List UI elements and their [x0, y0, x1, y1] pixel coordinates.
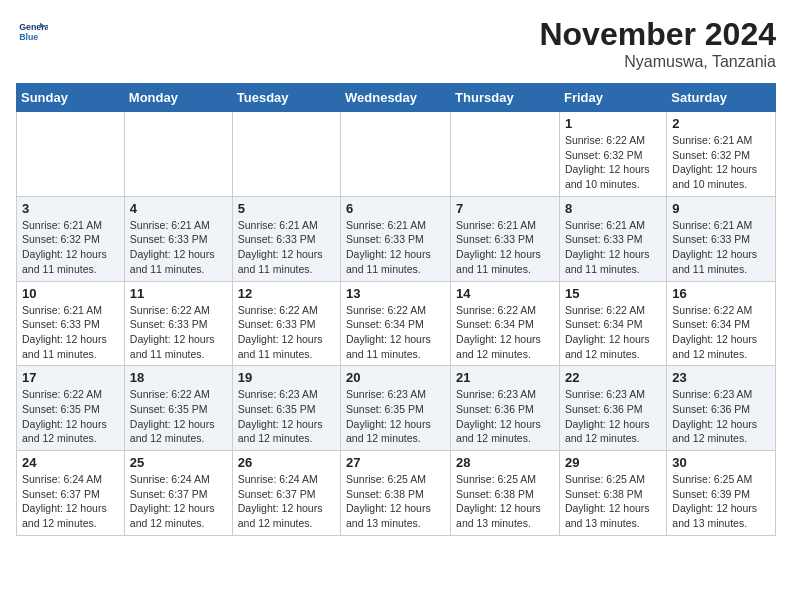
day-number: 27 [346, 455, 445, 470]
day-info: Sunrise: 6:22 AMSunset: 6:34 PMDaylight:… [456, 303, 554, 362]
day-number: 1 [565, 116, 661, 131]
day-number: 23 [672, 370, 770, 385]
day-info: Sunrise: 6:24 AMSunset: 6:37 PMDaylight:… [238, 472, 335, 531]
calendar-cell: 3Sunrise: 6:21 AMSunset: 6:32 PMDaylight… [17, 196, 125, 281]
day-info: Sunrise: 6:21 AMSunset: 6:33 PMDaylight:… [456, 218, 554, 277]
day-info: Sunrise: 6:21 AMSunset: 6:33 PMDaylight:… [565, 218, 661, 277]
calendar-week-row: 24Sunrise: 6:24 AMSunset: 6:37 PMDayligh… [17, 451, 776, 536]
weekday-header: Monday [124, 84, 232, 112]
calendar-cell: 18Sunrise: 6:22 AMSunset: 6:35 PMDayligh… [124, 366, 232, 451]
calendar-cell [341, 112, 451, 197]
day-number: 24 [22, 455, 119, 470]
day-number: 18 [130, 370, 227, 385]
day-info: Sunrise: 6:21 AMSunset: 6:33 PMDaylight:… [22, 303, 119, 362]
logo[interactable]: General Blue [16, 16, 48, 48]
day-number: 3 [22, 201, 119, 216]
calendar-cell: 30Sunrise: 6:25 AMSunset: 6:39 PMDayligh… [667, 451, 776, 536]
calendar-cell: 6Sunrise: 6:21 AMSunset: 6:33 PMDaylight… [341, 196, 451, 281]
day-info: Sunrise: 6:22 AMSunset: 6:32 PMDaylight:… [565, 133, 661, 192]
calendar-cell: 1Sunrise: 6:22 AMSunset: 6:32 PMDaylight… [559, 112, 666, 197]
day-info: Sunrise: 6:22 AMSunset: 6:33 PMDaylight:… [130, 303, 227, 362]
calendar-table: SundayMondayTuesdayWednesdayThursdayFrid… [16, 83, 776, 536]
day-number: 29 [565, 455, 661, 470]
weekday-header: Thursday [451, 84, 560, 112]
day-number: 14 [456, 286, 554, 301]
day-info: Sunrise: 6:23 AMSunset: 6:35 PMDaylight:… [346, 387, 445, 446]
day-info: Sunrise: 6:22 AMSunset: 6:34 PMDaylight:… [672, 303, 770, 362]
day-number: 16 [672, 286, 770, 301]
calendar-cell: 10Sunrise: 6:21 AMSunset: 6:33 PMDayligh… [17, 281, 125, 366]
day-number: 9 [672, 201, 770, 216]
weekday-header: Friday [559, 84, 666, 112]
weekday-header: Tuesday [232, 84, 340, 112]
day-info: Sunrise: 6:22 AMSunset: 6:34 PMDaylight:… [565, 303, 661, 362]
calendar-cell: 22Sunrise: 6:23 AMSunset: 6:36 PMDayligh… [559, 366, 666, 451]
calendar-cell: 26Sunrise: 6:24 AMSunset: 6:37 PMDayligh… [232, 451, 340, 536]
day-number: 20 [346, 370, 445, 385]
calendar-cell: 20Sunrise: 6:23 AMSunset: 6:35 PMDayligh… [341, 366, 451, 451]
day-info: Sunrise: 6:24 AMSunset: 6:37 PMDaylight:… [22, 472, 119, 531]
day-number: 7 [456, 201, 554, 216]
day-number: 10 [22, 286, 119, 301]
calendar-cell: 27Sunrise: 6:25 AMSunset: 6:38 PMDayligh… [341, 451, 451, 536]
day-number: 22 [565, 370, 661, 385]
day-number: 12 [238, 286, 335, 301]
calendar-cell [232, 112, 340, 197]
calendar-cell: 16Sunrise: 6:22 AMSunset: 6:34 PMDayligh… [667, 281, 776, 366]
calendar-cell: 5Sunrise: 6:21 AMSunset: 6:33 PMDaylight… [232, 196, 340, 281]
title-block: November 2024 Nyamuswa, Tanzania [539, 16, 776, 71]
calendar-week-row: 10Sunrise: 6:21 AMSunset: 6:33 PMDayligh… [17, 281, 776, 366]
calendar-week-row: 17Sunrise: 6:22 AMSunset: 6:35 PMDayligh… [17, 366, 776, 451]
page-header: General Blue November 2024 Nyamuswa, Tan… [16, 16, 776, 71]
calendar-cell: 24Sunrise: 6:24 AMSunset: 6:37 PMDayligh… [17, 451, 125, 536]
calendar-cell: 8Sunrise: 6:21 AMSunset: 6:33 PMDaylight… [559, 196, 666, 281]
calendar-cell: 2Sunrise: 6:21 AMSunset: 6:32 PMDaylight… [667, 112, 776, 197]
calendar-week-row: 1Sunrise: 6:22 AMSunset: 6:32 PMDaylight… [17, 112, 776, 197]
calendar-cell: 29Sunrise: 6:25 AMSunset: 6:38 PMDayligh… [559, 451, 666, 536]
calendar-cell: 12Sunrise: 6:22 AMSunset: 6:33 PMDayligh… [232, 281, 340, 366]
day-info: Sunrise: 6:21 AMSunset: 6:33 PMDaylight:… [238, 218, 335, 277]
day-info: Sunrise: 6:25 AMSunset: 6:38 PMDaylight:… [346, 472, 445, 531]
day-info: Sunrise: 6:21 AMSunset: 6:32 PMDaylight:… [22, 218, 119, 277]
calendar-cell: 13Sunrise: 6:22 AMSunset: 6:34 PMDayligh… [341, 281, 451, 366]
calendar-cell: 28Sunrise: 6:25 AMSunset: 6:38 PMDayligh… [451, 451, 560, 536]
day-info: Sunrise: 6:24 AMSunset: 6:37 PMDaylight:… [130, 472, 227, 531]
day-number: 28 [456, 455, 554, 470]
day-number: 4 [130, 201, 227, 216]
weekday-header: Saturday [667, 84, 776, 112]
day-number: 2 [672, 116, 770, 131]
day-number: 25 [130, 455, 227, 470]
day-number: 26 [238, 455, 335, 470]
day-number: 8 [565, 201, 661, 216]
day-info: Sunrise: 6:21 AMSunset: 6:33 PMDaylight:… [130, 218, 227, 277]
svg-text:Blue: Blue [19, 32, 38, 42]
day-info: Sunrise: 6:22 AMSunset: 6:33 PMDaylight:… [238, 303, 335, 362]
location-title: Nyamuswa, Tanzania [539, 53, 776, 71]
day-info: Sunrise: 6:25 AMSunset: 6:39 PMDaylight:… [672, 472, 770, 531]
svg-text:General: General [19, 22, 48, 32]
day-info: Sunrise: 6:22 AMSunset: 6:35 PMDaylight:… [22, 387, 119, 446]
day-number: 5 [238, 201, 335, 216]
day-info: Sunrise: 6:22 AMSunset: 6:34 PMDaylight:… [346, 303, 445, 362]
day-info: Sunrise: 6:22 AMSunset: 6:35 PMDaylight:… [130, 387, 227, 446]
day-number: 11 [130, 286, 227, 301]
month-title: November 2024 [539, 16, 776, 53]
day-number: 17 [22, 370, 119, 385]
calendar-cell: 14Sunrise: 6:22 AMSunset: 6:34 PMDayligh… [451, 281, 560, 366]
calendar-cell: 9Sunrise: 6:21 AMSunset: 6:33 PMDaylight… [667, 196, 776, 281]
day-number: 19 [238, 370, 335, 385]
calendar-cell: 21Sunrise: 6:23 AMSunset: 6:36 PMDayligh… [451, 366, 560, 451]
weekday-header: Sunday [17, 84, 125, 112]
day-info: Sunrise: 6:21 AMSunset: 6:33 PMDaylight:… [346, 218, 445, 277]
day-info: Sunrise: 6:23 AMSunset: 6:35 PMDaylight:… [238, 387, 335, 446]
logo-icon: General Blue [16, 16, 48, 48]
calendar-cell [124, 112, 232, 197]
calendar-cell: 11Sunrise: 6:22 AMSunset: 6:33 PMDayligh… [124, 281, 232, 366]
calendar-cell: 25Sunrise: 6:24 AMSunset: 6:37 PMDayligh… [124, 451, 232, 536]
weekday-header: Wednesday [341, 84, 451, 112]
day-info: Sunrise: 6:23 AMSunset: 6:36 PMDaylight:… [565, 387, 661, 446]
day-info: Sunrise: 6:23 AMSunset: 6:36 PMDaylight:… [672, 387, 770, 446]
calendar-cell [17, 112, 125, 197]
weekday-header-row: SundayMondayTuesdayWednesdayThursdayFrid… [17, 84, 776, 112]
day-number: 30 [672, 455, 770, 470]
